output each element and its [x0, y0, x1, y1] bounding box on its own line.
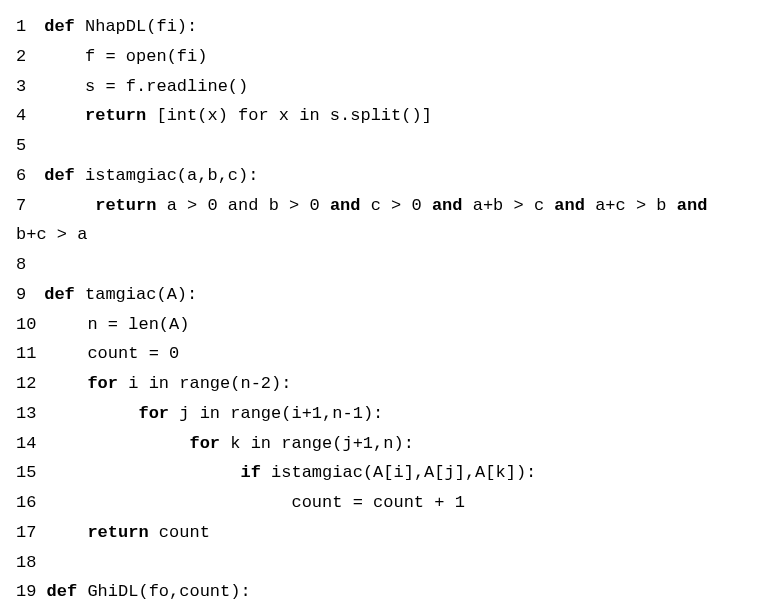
line-number: 15	[16, 458, 36, 488]
keyword: def	[44, 17, 75, 36]
line-number: 10	[16, 310, 36, 340]
code-text: j in range(i+1,n-1):	[169, 404, 383, 423]
keyword: for	[87, 374, 118, 393]
indent	[34, 17, 44, 36]
line-number: 4	[16, 101, 34, 131]
indent	[34, 47, 85, 66]
indent	[36, 344, 87, 363]
line-number: 13	[16, 399, 36, 429]
code-text: a+c > b	[585, 196, 677, 215]
line-number: 5	[16, 131, 34, 161]
code-text: count = 0	[87, 344, 179, 363]
code-text: tamgiac(A):	[75, 285, 197, 304]
code-text: i in range(n-2):	[118, 374, 291, 393]
line-number: 18	[16, 548, 36, 578]
line-number: 16	[16, 488, 36, 518]
code-text: s = f.readline()	[85, 77, 248, 96]
code-line: 16 count = count + 1	[16, 488, 760, 518]
line-number: 7	[16, 191, 34, 221]
code-line: 6 def istamgiac(a,b,c):	[16, 161, 760, 191]
code-text: a+b > c	[463, 196, 555, 215]
code-text: istamgiac(A[i],A[j],A[k]):	[261, 463, 536, 482]
line-number: 19	[16, 577, 36, 605]
line-number: 9	[16, 280, 34, 310]
code-line: 18	[16, 548, 760, 578]
line-number: 17	[16, 518, 36, 548]
keyword: return	[87, 523, 148, 542]
code-block: 1 def NhapDL(fi):2 f = open(fi)3 s = f.r…	[16, 12, 760, 605]
keyword: for	[138, 404, 169, 423]
code-text: NhapDL(fi):	[75, 17, 197, 36]
indent	[34, 196, 95, 215]
indent	[34, 106, 85, 125]
keyword: for	[189, 434, 220, 453]
code-line: 5	[16, 131, 760, 161]
code-line: 8	[16, 250, 760, 280]
indent	[36, 434, 189, 453]
code-text: count = count + 1	[291, 493, 464, 512]
code-line: 1 def NhapDL(fi):	[16, 12, 760, 42]
line-number: 12	[16, 369, 36, 399]
line-number: 1	[16, 12, 34, 42]
indent	[36, 463, 240, 482]
indent	[34, 285, 44, 304]
keyword: def	[44, 285, 75, 304]
code-text: a > 0 and b > 0	[156, 196, 329, 215]
line-number: 6	[16, 161, 34, 191]
line-number: 8	[16, 250, 34, 280]
code-line: 10 n = len(A)	[16, 310, 760, 340]
indent	[36, 523, 87, 542]
code-line: 12 for i in range(n-2):	[16, 369, 760, 399]
code-line: 13 for j in range(i+1,n-1):	[16, 399, 760, 429]
indent	[34, 166, 44, 185]
code-text: GhiDL(fo,count):	[77, 582, 250, 601]
code-line: 14 for k in range(j+1,n):	[16, 429, 760, 459]
indent	[36, 374, 87, 393]
code-line: 2 f = open(fi)	[16, 42, 760, 72]
code-text: f = open(fi)	[85, 47, 207, 66]
keyword: def	[47, 582, 78, 601]
code-line: 17 return count	[16, 518, 760, 548]
indent	[36, 582, 46, 601]
code-line: 9 def tamgiac(A):	[16, 280, 760, 310]
indent	[34, 77, 85, 96]
line-number: 14	[16, 429, 36, 459]
keyword: def	[44, 166, 75, 185]
indent	[36, 315, 87, 334]
code-text: istamgiac(a,b,c):	[75, 166, 259, 185]
code-line: 19 def GhiDL(fo,count):	[16, 577, 760, 605]
keyword: and	[432, 196, 463, 215]
code-text: [int(x) for x in s.split()]	[146, 106, 432, 125]
code-line: 4 return [int(x) for x in s.split()]	[16, 101, 760, 131]
line-number: 2	[16, 42, 34, 72]
keyword: and	[677, 196, 708, 215]
line-number: 11	[16, 339, 36, 369]
code-line: 15 if istamgiac(A[i],A[j],A[k]):	[16, 458, 760, 488]
code-text: count	[149, 523, 210, 542]
code-text: c > 0	[360, 196, 431, 215]
keyword: and	[554, 196, 585, 215]
code-text: k in range(j+1,n):	[220, 434, 414, 453]
line-number: 3	[16, 72, 34, 102]
code-text: n = len(A)	[87, 315, 189, 334]
code-line: 7 return a > 0 and b > 0 and c > 0 and a…	[16, 191, 760, 221]
code-line: 11 count = 0	[16, 339, 760, 369]
keyword: if	[240, 463, 260, 482]
code-line: 3 s = f.readline()	[16, 72, 760, 102]
keyword: return	[85, 106, 146, 125]
code-line-wrap: b+c > a	[16, 220, 760, 250]
indent	[36, 404, 138, 423]
keyword: and	[330, 196, 361, 215]
keyword: return	[95, 196, 156, 215]
indent	[36, 493, 291, 512]
